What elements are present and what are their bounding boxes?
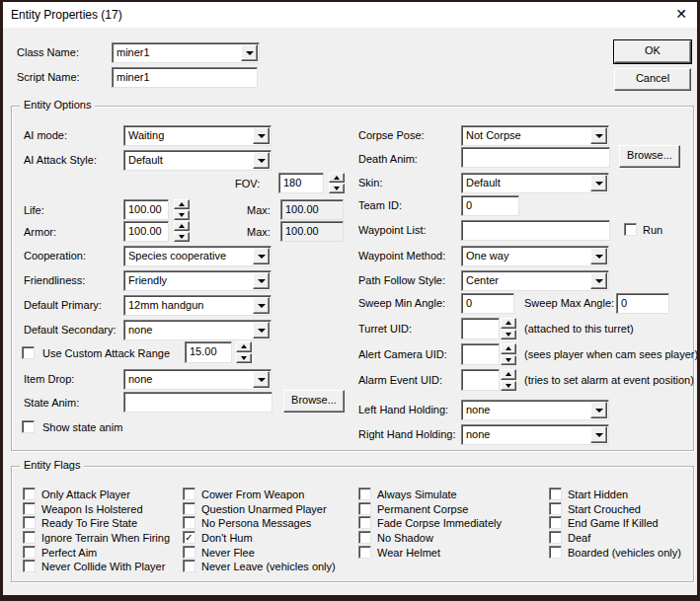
right-hand-holding-combobox[interactable]: none — [461, 424, 609, 445]
state-anim-browse-button[interactable]: Browse... — [283, 390, 345, 413]
cancel-button[interactable]: Cancel — [614, 68, 691, 91]
spin-up-button[interactable] — [329, 173, 345, 183]
team-id-input[interactable]: 0 — [461, 195, 519, 216]
flag-checkbox[interactable] — [23, 516, 36, 529]
friendliness-combobox[interactable]: Friendly — [123, 270, 272, 291]
ok-button[interactable]: OK — [614, 40, 691, 63]
use-custom-attack-range-checkbox[interactable] — [22, 346, 35, 359]
sweep-min-angle-input[interactable]: 0 — [461, 293, 514, 314]
flag-checkbox[interactable] — [358, 531, 371, 544]
ai-mode-dropdown-button[interactable] — [253, 127, 270, 144]
custom-attack-range-input[interactable]: 15.00 — [185, 341, 232, 363]
default-primary-label: Default Primary: — [24, 299, 102, 311]
default-primary-dropdown-button[interactable] — [253, 297, 270, 314]
flag-checkbox[interactable] — [23, 560, 36, 572]
spin-down-button[interactable] — [236, 353, 252, 364]
spin-down-button[interactable] — [174, 232, 190, 242]
spin-up-button[interactable] — [174, 221, 190, 231]
waypoint-method-combobox[interactable]: One way — [461, 246, 609, 266]
spin-down-button[interactable] — [501, 355, 516, 366]
death-anim-input[interactable] — [461, 147, 610, 168]
path-follow-style-dropdown-button[interactable] — [590, 272, 607, 289]
spin-up-button[interactable] — [501, 343, 516, 354]
armor-input[interactable]: 100.00 — [123, 221, 169, 242]
alert-camera-uid-spinner[interactable] — [501, 343, 516, 365]
flag-checkbox[interactable] — [183, 488, 195, 500]
flag-checkbox[interactable] — [549, 488, 562, 500]
death-anim-browse-button[interactable]: Browse... — [619, 145, 680, 168]
flag-checkbox[interactable] — [23, 546, 36, 559]
spin-down-button[interactable] — [329, 184, 345, 193]
alert-camera-uid-input[interactable] — [461, 343, 500, 365]
turret-uid-spinner[interactable] — [501, 318, 516, 339]
flag-checkbox[interactable] — [549, 546, 562, 559]
flag-checkbox[interactable] — [358, 516, 371, 529]
chevron-down-icon — [258, 329, 266, 333]
flag-checkbox[interactable] — [358, 502, 371, 515]
alarm-event-uid-spinner[interactable] — [501, 369, 516, 391]
custom-attack-range-spinner[interactable] — [236, 341, 252, 363]
alarm-event-uid-input[interactable] — [461, 369, 500, 391]
class-name-combobox[interactable]: miner1 — [112, 42, 260, 63]
armor-spinner[interactable] — [174, 221, 190, 242]
spin-up-button[interactable] — [501, 318, 516, 329]
flag-checkbox[interactable] — [183, 560, 195, 572]
close-icon[interactable]: ✕ — [675, 6, 687, 22]
skin-combobox[interactable]: Default — [461, 173, 609, 193]
spin-up-button[interactable] — [501, 369, 516, 380]
friendliness-dropdown-button[interactable] — [253, 272, 270, 289]
flag-checkbox[interactable] — [183, 546, 195, 559]
spin-up-button[interactable] — [174, 199, 190, 209]
spin-down-button[interactable] — [501, 381, 516, 392]
flag-checkbox-dont-hum[interactable]: ✓ — [183, 531, 195, 544]
fov-spinner[interactable] — [329, 173, 345, 193]
flag-checkbox[interactable] — [183, 502, 195, 515]
flag-checkbox[interactable] — [23, 488, 36, 500]
class-name-dropdown-button[interactable] — [241, 44, 258, 61]
item-drop-dropdown-button[interactable] — [253, 371, 270, 388]
show-state-anim-checkbox[interactable] — [22, 420, 35, 433]
item-drop-combobox[interactable]: none — [123, 369, 272, 390]
chevron-down-icon — [246, 51, 254, 55]
life-input[interactable]: 100.00 — [123, 199, 169, 220]
ai-mode-combobox[interactable]: Waiting — [123, 125, 272, 146]
sweep-max-angle-input[interactable]: 0 — [616, 293, 669, 314]
flag-checkbox[interactable] — [23, 502, 36, 515]
cooperation-combobox[interactable]: Species cooperative — [123, 246, 272, 266]
flag-checkbox[interactable] — [549, 531, 562, 544]
default-secondary-combobox[interactable]: none — [123, 320, 272, 340]
spin-up-button[interactable] — [236, 341, 252, 352]
skin-dropdown-button[interactable] — [590, 175, 607, 191]
flag-checkbox[interactable] — [549, 502, 562, 515]
flag-checkbox[interactable] — [358, 546, 371, 559]
cooperation-value: Species cooperative — [128, 250, 251, 262]
corpse-pose-combobox[interactable]: Not Corpse — [461, 125, 609, 146]
path-follow-style-combobox[interactable]: Center — [461, 270, 609, 291]
run-checkbox[interactable] — [624, 223, 637, 236]
spin-down-button[interactable] — [501, 330, 516, 340]
turret-uid-input[interactable] — [461, 318, 500, 339]
ai-attack-style-combobox[interactable]: Default — [123, 150, 272, 171]
right-hand-holding-dropdown-button[interactable] — [590, 426, 607, 443]
life-spinner[interactable] — [174, 199, 190, 220]
death-anim-label: Death Anim: — [358, 153, 418, 165]
flag-checkbox[interactable] — [549, 516, 562, 529]
waypoint-list-input[interactable] — [461, 220, 610, 241]
state-anim-input[interactable] — [123, 392, 272, 413]
waypoint-method-dropdown-button[interactable] — [590, 248, 607, 264]
default-primary-combobox[interactable]: 12mm handgun — [123, 295, 272, 316]
corpse-pose-dropdown-button[interactable] — [590, 127, 607, 144]
fov-input[interactable]: 180 — [278, 173, 324, 193]
flag-checkbox[interactable] — [358, 488, 371, 500]
waypoint-list-label: Waypoint List: — [358, 224, 427, 236]
ai-attack-style-dropdown-button[interactable] — [253, 152, 270, 169]
flag-checkbox[interactable] — [23, 531, 36, 544]
default-secondary-dropdown-button[interactable] — [253, 322, 270, 338]
cooperation-dropdown-button[interactable] — [253, 248, 270, 264]
left-hand-holding-combobox[interactable]: none — [461, 400, 609, 420]
spin-down-button[interactable] — [174, 210, 190, 220]
flag-checkbox[interactable] — [183, 516, 195, 529]
left-hand-holding-dropdown-button[interactable] — [590, 402, 607, 418]
script-name-input[interactable]: miner1 — [112, 67, 258, 88]
waypoint-method-value: One way — [466, 250, 588, 262]
